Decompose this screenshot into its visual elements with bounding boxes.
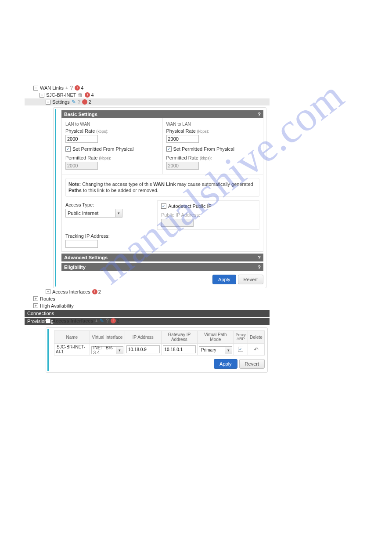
ai-apply-button[interactable]: Apply <box>214 359 237 369</box>
w2l-permitted-rate-input <box>166 162 199 170</box>
physical-rate-label: Physical Rate (kbps): <box>166 128 260 134</box>
access-type-label: Access Type: <box>65 202 153 207</box>
advanced-settings-header[interactable]: Advanced Settings ? <box>61 254 263 261</box>
autodetect-public-ip-checkbox[interactable]: ✓ <box>161 203 166 209</box>
eligibility-title: Eligibility <box>64 265 86 270</box>
settings-label[interactable]: Settings <box>52 99 70 105</box>
advanced-settings-title: Advanced Settings <box>64 255 108 260</box>
public-ip-input <box>161 219 194 227</box>
add-ai-icon[interactable]: + <box>95 318 98 323</box>
row-gw-input[interactable] <box>163 345 196 353</box>
row-name: SJC-BR-INET-AI-1 <box>56 345 85 354</box>
help-icon[interactable]: ? <box>70 85 73 91</box>
ha-toggle[interactable]: + <box>33 303 38 308</box>
l2w-permitted-rate-input <box>65 162 98 170</box>
undo-icon[interactable]: ↶ <box>249 346 263 353</box>
col-delete: Delete <box>248 331 264 344</box>
public-ip-label: Public IP Address: <box>161 212 255 218</box>
add-wan-link-icon[interactable]: + <box>65 85 68 91</box>
row-proxy-checkbox[interactable]: ✓ <box>238 347 243 352</box>
w2l-set-permitted-checkbox[interactable]: ✓ <box>166 146 172 152</box>
connections-bar[interactable]: Connections <box>25 310 270 317</box>
basic-settings-title: Basic Settings <box>64 112 97 117</box>
ai-toggle[interactable]: − <box>46 319 50 323</box>
sjc-label[interactable]: SJC-BR-INET <box>46 92 76 98</box>
table-row: SJC-BR-INET-AI-1 INET_BR-3-4 ▾ Primary ▾ <box>54 344 265 355</box>
settings-panel: Basic Settings ? LAN to WAN Physical Rat… <box>53 107 266 288</box>
ha-label[interactable]: High Availability <box>40 303 74 308</box>
tracking-ip-input[interactable] <box>65 240 98 248</box>
sjc-toggle[interactable]: − <box>40 93 44 98</box>
help-icon[interactable]: ? <box>78 99 81 105</box>
error-count: 4 <box>91 92 94 98</box>
col-vpm: Virtual Path Mode <box>198 331 234 344</box>
chevron-down-icon[interactable]: ▾ <box>225 347 232 354</box>
autodetect-public-ip-label: Autodetect Public IP <box>168 203 212 209</box>
help-icon[interactable]: ? <box>106 318 109 324</box>
routes-label[interactable]: Routes <box>40 296 55 301</box>
wan-to-lan-title: WAN to LAN <box>166 122 260 127</box>
error-badge-icon: ! <box>92 289 97 294</box>
pencil-icon[interactable]: ✎ <box>72 99 76 105</box>
row-vpm-value: Primary <box>199 348 225 352</box>
help-icon[interactable]: ? <box>258 265 261 270</box>
l2w-physical-rate-input[interactable] <box>65 135 98 143</box>
ai-panel: Name Virtual Interface IP Address Gatewa… <box>46 327 268 373</box>
row-vint-select[interactable]: INET_BR-3-4 ▾ <box>91 346 124 354</box>
error-count: 2 <box>88 99 91 105</box>
col-gw: Gateway IP Address <box>161 331 198 344</box>
ai-revert-button[interactable]: Revert <box>239 359 265 369</box>
eligibility-header[interactable]: Eligibility ? <box>61 263 263 271</box>
settings-toggle[interactable]: − <box>46 100 50 105</box>
access-interfaces-toggle[interactable]: + <box>46 289 50 294</box>
routes-toggle[interactable]: + <box>33 296 38 301</box>
access-type-select[interactable]: Public Internet ▾ <box>65 209 122 218</box>
ai-table: Name Virtual Interface IP Address Gatewa… <box>54 330 265 355</box>
pencil-icon[interactable]: ✎ <box>100 318 104 324</box>
error-badge-icon: ! <box>111 318 116 323</box>
error-badge-icon: ! <box>82 99 87 105</box>
l2w-set-permitted-checkbox[interactable]: ✓ <box>65 146 71 152</box>
delete-icon[interactable]: 🗑 <box>78 92 83 98</box>
apply-button[interactable]: Apply <box>212 275 236 284</box>
lan-to-wan-title: LAN to WAN <box>65 122 159 127</box>
revert-button[interactable]: Revert <box>238 275 263 284</box>
wan-links-label[interactable]: WAN Links <box>40 85 64 91</box>
error-count: 2 <box>98 289 101 294</box>
chevron-down-icon[interactable]: ▾ <box>115 209 122 217</box>
error-badge-icon: ! <box>85 92 90 98</box>
tracking-ip-label: Tracking IP Address: <box>65 233 259 239</box>
col-proxy: Proxy ARP <box>234 331 248 344</box>
ai-header-label[interactable]: Access Interfaces <box>52 318 94 323</box>
l2w-set-permitted-label: Set Permitted From Physical <box>72 146 133 152</box>
help-icon[interactable]: ? <box>258 255 261 260</box>
error-count: 4 <box>81 85 83 91</box>
col-name: Name <box>54 331 90 344</box>
access-type-note: Note: Changing the access type of this W… <box>65 178 259 197</box>
col-vint: Virtual Interface <box>90 331 125 344</box>
wan-links-toggle[interactable]: − <box>33 86 38 91</box>
basic-settings-header[interactable]: Basic Settings ? <box>61 110 263 118</box>
error-count: 2 <box>117 318 119 323</box>
row-vint-value: INET_BR-3-4 <box>92 345 116 355</box>
row-vpm-select[interactable]: Primary ▾ <box>199 346 232 354</box>
chevron-down-icon[interactable]: ▾ <box>116 347 123 354</box>
row-ip-input[interactable] <box>126 345 160 353</box>
permitted-rate-label: Permitted Rate (kbps): <box>65 155 159 160</box>
physical-rate-label: Physical Rate (kbps): <box>65 128 159 134</box>
access-interfaces-label[interactable]: Access Interfaces <box>52 289 90 294</box>
permitted-rate-label: Permitted Rate (kbps): <box>166 155 260 160</box>
error-badge-icon: ! <box>75 85 80 91</box>
access-type-value: Public Internet <box>66 210 115 216</box>
w2l-set-permitted-label: Set Permitted From Physical <box>173 146 234 152</box>
col-ip: IP Address <box>125 331 162 344</box>
w2l-physical-rate-input[interactable] <box>166 135 199 143</box>
help-icon[interactable]: ? <box>258 112 261 117</box>
